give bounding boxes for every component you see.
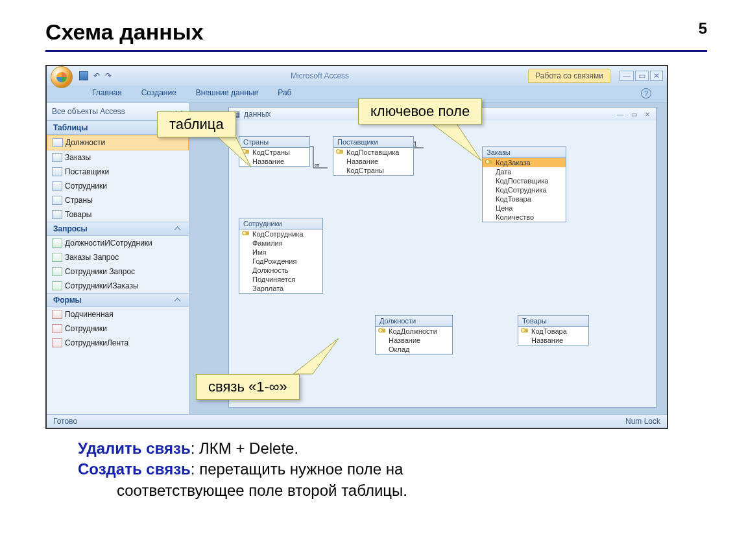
field-key[interactable]: КодДолжности	[376, 327, 452, 336]
tablebox-sotr[interactable]: Сотрудники КодСотрудника Фамилия Имя Год…	[239, 218, 323, 294]
field[interactable]: КодТовара	[483, 194, 566, 204]
tab-work[interactable]: Раб	[278, 88, 291, 99]
callout-relation: связь «1-∞»	[196, 374, 300, 400]
note-delete-label: Удалить связь	[78, 439, 191, 457]
note-create-text: : перетащить нужное поле на	[191, 460, 403, 478]
maximize-button[interactable]: ▭	[635, 71, 649, 81]
field[interactable]: Имя	[239, 248, 322, 257]
callout-tail	[429, 122, 488, 167]
field[interactable]: Название	[333, 157, 413, 166]
titlebar: ↶ ↷ Microsoft Access Работа со связями —…	[47, 66, 667, 86]
page-number: 5	[699, 19, 707, 38]
field[interactable]: Подчиняется	[239, 275, 322, 284]
tablebox-header[interactable]: Сотрудники	[239, 218, 322, 229]
nav-item-form[interactable]: СотрудникиЛента	[47, 336, 189, 350]
section-forms-label: Формы	[53, 296, 82, 305]
field[interactable]: ГодРождения	[239, 257, 322, 266]
section-tables-label: Таблицы	[53, 123, 88, 132]
chevron-up-icon[interactable]	[173, 224, 182, 233]
nav-item-zakazy[interactable]: Заказы	[47, 150, 189, 165]
close-button[interactable]: ✕	[650, 71, 663, 81]
section-queries[interactable]: Запросы	[47, 222, 189, 236]
tab-home[interactable]: Главная	[92, 88, 122, 99]
nav-item-form[interactable]: Сотрудники	[47, 321, 189, 336]
section-forms[interactable]: Формы	[47, 293, 189, 307]
tablebox-header[interactable]: Должности	[376, 316, 452, 327]
status-left: Готово	[53, 417, 77, 426]
nav-item-query[interactable]: Заказы Запрос	[47, 250, 189, 264]
tablebox-zakazy[interactable]: Заказы КодЗаказа Дата КодПоставщика КодС…	[482, 146, 566, 222]
field[interactable]: КодСотрудника	[483, 185, 566, 194]
redo-icon[interactable]: ↷	[105, 71, 112, 80]
svg-text:∞: ∞	[315, 161, 320, 169]
nav-item-form[interactable]: Подчиненная	[47, 307, 189, 321]
field-key[interactable]: КодЗаказа	[483, 158, 566, 167]
callout-table: таблица	[157, 111, 236, 137]
field[interactable]: Должность	[239, 266, 322, 275]
quick-access-toolbar: ↶ ↷	[79, 71, 112, 80]
field[interactable]: Зарплата	[239, 284, 322, 293]
inner-close[interactable]: ✕	[643, 111, 652, 118]
inner-min[interactable]: —	[615, 111, 625, 118]
callout-tail	[293, 338, 352, 377]
undo-icon[interactable]: ↶	[93, 71, 100, 80]
field[interactable]: Дата	[483, 167, 566, 176]
inner-max[interactable]: ▭	[629, 111, 639, 118]
section-queries-label: Запросы	[53, 224, 88, 233]
nav-item-query[interactable]: ДолжностиИСотрудники	[47, 236, 189, 250]
tablebox-dolzh[interactable]: Должности КодДолжности Название Оклад	[375, 315, 453, 355]
ribbon-tabs: Главная Создание Внешние данные Раб ?	[47, 86, 667, 102]
field[interactable]: Название	[376, 336, 452, 345]
svg-marker-12	[293, 338, 339, 374]
note-create-text-2: соответствующее поле второй таблицы.	[117, 480, 707, 501]
tablebox-header[interactable]: Поставщики	[333, 137, 413, 148]
tab-create[interactable]: Создание	[141, 88, 176, 99]
note-create-label: Создать связь	[78, 460, 191, 478]
access-window: ↶ ↷ Microsoft Access Работа со связями —…	[45, 65, 668, 429]
nav-item-sotrudniki[interactable]: Сотрудники	[47, 179, 189, 193]
tablebox-postav[interactable]: Поставщики КодПоставщика Название КодСтр…	[333, 136, 414, 176]
nav-item-strany[interactable]: Страны	[47, 193, 189, 207]
callout-tail	[215, 135, 267, 174]
inner-title-text: данных	[244, 110, 271, 119]
save-icon[interactable]	[79, 71, 88, 80]
slide-notes: Удалить связь: ЛКМ + Delete. Создать свя…	[78, 438, 707, 501]
tablebox-tovary[interactable]: Товары КодТовара Название	[518, 315, 589, 345]
field-key[interactable]: КодПоставщика	[333, 148, 413, 157]
callout-keyfield: ключевое поле	[358, 99, 482, 124]
field-key[interactable]: КодСотрудника	[239, 229, 322, 239]
tablebox-header[interactable]: Заказы	[483, 147, 566, 158]
field[interactable]: Цена	[483, 204, 566, 213]
field[interactable]: КодСтраны	[333, 166, 413, 175]
nav-item-postavshchiki[interactable]: Поставщики	[47, 165, 189, 179]
field-key[interactable]: КодТовара	[518, 327, 588, 336]
slide-title: Схема данных	[45, 19, 707, 45]
nav-item-query[interactable]: Сотрудники Запрос	[47, 264, 189, 279]
office-button[interactable]	[51, 66, 73, 88]
tablebox-header[interactable]: Товары	[518, 316, 588, 327]
field[interactable]: КодПоставщика	[483, 176, 566, 185]
svg-marker-10	[215, 135, 251, 167]
context-tab[interactable]: Работа со связями	[528, 69, 610, 83]
status-bar: Готово Num Lock	[47, 414, 667, 428]
nav-title-text: Все объекты Access	[52, 107, 125, 116]
svg-marker-11	[429, 122, 481, 161]
field[interactable]: Фамилия	[239, 239, 322, 248]
field[interactable]: Количество	[483, 213, 566, 222]
field[interactable]: Название	[518, 336, 588, 345]
navigation-pane: Все объекты Access Таблицы Должности Зак…	[47, 103, 189, 414]
nav-item-tovary[interactable]: Товары	[47, 207, 189, 222]
chevron-up-icon[interactable]	[173, 296, 182, 305]
note-delete-text: : ЛКМ + Delete.	[191, 439, 298, 457]
help-icon[interactable]: ?	[641, 88, 651, 99]
field[interactable]: Оклад	[376, 345, 452, 354]
tab-external-data[interactable]: Внешние данные	[196, 88, 259, 99]
minimize-button[interactable]: —	[620, 71, 634, 81]
title-rule	[45, 50, 707, 52]
app-title: Microsoft Access	[112, 71, 528, 80]
nav-item-query[interactable]: СотрудникиИЗаказы	[47, 279, 189, 293]
status-numlock: Num Lock	[625, 417, 660, 426]
